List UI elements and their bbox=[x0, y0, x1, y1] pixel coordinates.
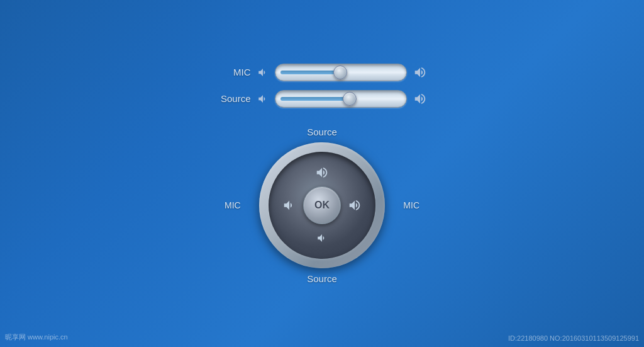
source-volume-high-icon bbox=[412, 91, 428, 107]
dial-top-label: Source bbox=[307, 127, 337, 137]
sliders-container: MIC Source bbox=[216, 64, 428, 108]
dial-wrapper: MIC OK bbox=[259, 142, 385, 268]
source-label: Source bbox=[216, 93, 251, 104]
mic-volume-high-icon bbox=[412, 64, 428, 81]
dial-section: Source MIC OK bbox=[259, 127, 385, 284]
dial-up-button[interactable] bbox=[313, 163, 331, 182]
mic-slider-track[interactable] bbox=[275, 64, 407, 81]
dial-inner: OK bbox=[269, 152, 375, 259]
dial-right-button[interactable] bbox=[345, 196, 364, 215]
mic-slider-row: MIC bbox=[216, 64, 428, 81]
watermark-left: 昵享网 www.nipic.cn bbox=[5, 333, 68, 342]
dial-mic-left-label: MIC bbox=[225, 200, 241, 210]
source-slider-track[interactable] bbox=[275, 90, 407, 108]
source-slider-thumb[interactable] bbox=[343, 92, 357, 106]
dial-outer-ring: OK bbox=[259, 142, 385, 268]
mic-slider-thumb[interactable] bbox=[333, 65, 347, 79]
dial-left-button[interactable] bbox=[280, 196, 299, 215]
mic-slider-fill bbox=[280, 71, 340, 74]
watermark-right: ID:22180980 NO:20160310113509125991 bbox=[508, 334, 639, 342]
mic-volume-low-icon bbox=[256, 65, 270, 79]
source-slider-row: Source bbox=[216, 90, 428, 108]
source-volume-low-icon bbox=[256, 92, 270, 106]
mic-label: MIC bbox=[216, 67, 251, 77]
source-slider-fill bbox=[280, 97, 350, 101]
dial-bottom-label: Source bbox=[307, 273, 337, 284]
ok-button[interactable]: OK bbox=[303, 186, 341, 224]
dial-down-button[interactable] bbox=[313, 229, 331, 247]
ok-label: OK bbox=[314, 200, 330, 211]
dial-mic-right-label: MIC bbox=[403, 200, 419, 210]
